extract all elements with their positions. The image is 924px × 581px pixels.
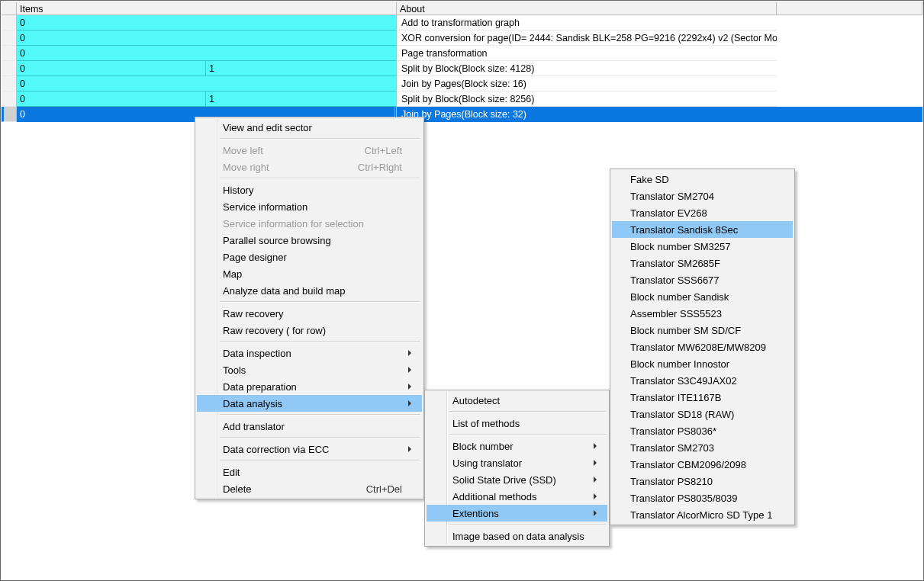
menu-item[interactable]: Translator CBM2096/2098	[612, 456, 793, 473]
cell-items[interactable]: 01	[17, 91, 397, 107]
row-number-cell[interactable]	[2, 76, 17, 91]
menu-item[interactable]: Add translator	[197, 418, 422, 435]
cell-items-a[interactable]: 0	[17, 61, 206, 75]
table-row[interactable]: 01Split by Block(Block size: 4128)	[2, 61, 922, 76]
menu-item[interactable]: Fake SD	[612, 171, 793, 188]
table-row[interactable]: 0Join by Pages(Block size: 32)	[2, 107, 922, 122]
menu-item[interactable]: Parallel source browsing	[197, 232, 422, 249]
cell-items-a[interactable]: 0	[17, 15, 395, 30]
cell-items-a[interactable]: 0	[17, 30, 395, 45]
menu-item[interactable]: Translator SSS6677	[612, 271, 793, 288]
table-row[interactable]: 0Page transformation	[2, 46, 922, 61]
menu-item[interactable]: Service information	[197, 198, 422, 215]
cell-items[interactable]: 0	[17, 15, 397, 30]
menu-item[interactable]: Image based on data analysis	[427, 528, 607, 544]
menu-item[interactable]: History	[197, 181, 422, 198]
menu-item[interactable]: Autodetect	[427, 392, 607, 409]
menu-item[interactable]: Translator Sandisk 8Sec	[612, 221, 793, 238]
cell-about[interactable]: Join by Pages(Block size: 16)	[397, 76, 777, 91]
menu-item[interactable]: Translator ITE1167B	[612, 389, 793, 406]
menu-item[interactable]: Translator AlcorMicro SD Type 1	[612, 506, 793, 523]
menu-item[interactable]: Block number	[427, 438, 607, 454]
menu-item[interactable]: Data inspection	[197, 345, 422, 361]
cell-items-a[interactable]: 0	[17, 46, 395, 60]
cell-items-b[interactable]: 1	[206, 91, 395, 106]
menu-item[interactable]: Translator SM2685F	[612, 255, 793, 271]
menu-item[interactable]: Map	[197, 265, 422, 282]
menu-item: Move rightCtrl+Right	[197, 159, 422, 175]
menu-item[interactable]: Translator EV268	[612, 204, 793, 221]
menu-item[interactable]: Translator PS8035/8039	[612, 490, 793, 506]
menu-item-label: Autodetect	[452, 395, 588, 406]
menu-item-label: Additional methods	[452, 491, 588, 502]
table-row[interactable]: 0XOR conversion for page(ID= 2444: Sandi…	[2, 30, 922, 46]
table-row[interactable]: 0Add to transformation graph	[2, 15, 922, 30]
menu-item-label: Using translator	[452, 457, 588, 469]
menu-item[interactable]: Translator PS8210	[612, 473, 793, 490]
menu-item[interactable]: Block number Sandisk	[612, 288, 793, 305]
row-number-cell[interactable]	[2, 107, 17, 122]
menu-item[interactable]: Assembler SSS5523	[612, 305, 793, 322]
menu-item[interactable]: Block number SM3257	[612, 238, 793, 255]
cell-about[interactable]: Add to transformation graph	[397, 15, 777, 30]
cell-items[interactable]: 0	[17, 76, 397, 91]
context-menu-data-analysis: AutodetectList of methodsBlock numberUsi…	[424, 390, 610, 547]
menu-item[interactable]: Edit	[197, 464, 422, 480]
menu-item[interactable]: Data correction via ECC	[197, 441, 422, 457]
menu-item[interactable]: Translator MW6208E/MW8209	[612, 339, 793, 355]
menu-item[interactable]: Analyze data and build map	[197, 282, 422, 299]
cell-about[interactable]: Split by Block(Block size: 8256)	[397, 91, 777, 107]
cell-about[interactable]: Join by Pages(Block size: 32)	[397, 107, 777, 122]
menu-item[interactable]: Data analysis	[197, 395, 422, 412]
menu-item[interactable]: List of methods	[427, 415, 607, 432]
cell-about[interactable]: XOR conversion for page(ID= 2444: Sandis…	[397, 30, 777, 46]
context-menu-main: View and edit sectorMove leftCtrl+LeftMo…	[195, 117, 424, 499]
cell-items[interactable]: 01	[17, 61, 397, 76]
cell-items[interactable]: 0	[17, 30, 397, 46]
row-number-cell[interactable]	[2, 15, 17, 30]
menu-item-label: Raw recovery	[223, 308, 402, 319]
cell-items-b[interactable]: 1	[206, 61, 395, 75]
menu-item[interactable]: Translator SM2703	[612, 439, 793, 456]
row-number-cell[interactable]	[2, 91, 17, 107]
menu-item[interactable]: Raw recovery	[197, 305, 422, 322]
menu-item[interactable]: Block number Innostor	[612, 355, 793, 372]
menu-item[interactable]: Translator PS8036*	[612, 422, 793, 439]
menu-item-label: Translator SM2703	[630, 442, 773, 454]
row-number-header[interactable]	[2, 2, 17, 15]
row-number-cell[interactable]	[2, 46, 17, 61]
menu-item[interactable]: Data preparation	[197, 378, 422, 395]
menu-item[interactable]: Solid State Drive (SSD)	[427, 471, 607, 488]
table-row[interactable]: 01Split by Block(Block size: 8256)	[2, 91, 922, 107]
cell-items-a[interactable]: 0	[17, 91, 206, 106]
cell-items-a[interactable]: 0	[17, 76, 395, 91]
cell-items[interactable]: 0	[17, 46, 397, 61]
cell-about[interactable]: Split by Block(Block size: 4128)	[397, 61, 777, 76]
row-number-cell[interactable]	[2, 30, 17, 46]
menu-item-label: Analyze data and build map	[223, 285, 402, 297]
menu-item-label: History	[223, 185, 402, 196]
menu-item[interactable]: Additional methods	[427, 488, 607, 505]
menu-item-label: Translator SM2704	[630, 191, 773, 202]
table-row[interactable]: 0Join by Pages(Block size: 16)	[2, 76, 922, 91]
menu-item[interactable]: Translator SD18 (RAW)	[612, 406, 793, 422]
menu-item-label: Data correction via ECC	[223, 444, 402, 455]
menu-item[interactable]: Translator S3C49JAX02	[612, 372, 793, 389]
menu-item-label: Move right	[223, 162, 340, 173]
cell-about[interactable]: Page transformation	[397, 46, 777, 61]
menu-item[interactable]: Page designer	[197, 249, 422, 265]
menu-item[interactable]: Tools	[197, 361, 422, 378]
col-header-items[interactable]: Items	[17, 2, 397, 15]
menu-item[interactable]: Block number SM SD/CF	[612, 322, 793, 339]
menu-item[interactable]: DeleteCtrl+Del	[197, 480, 422, 497]
col-header-about[interactable]: About	[397, 2, 777, 15]
menu-item[interactable]: View and edit sector	[197, 119, 422, 136]
menu-item[interactable]: Using translator	[427, 454, 607, 471]
context-menu-extensions: Fake SDTranslator SM2704Translator EV268…	[610, 169, 795, 525]
menu-item-label: Block number SM SD/CF	[630, 325, 773, 336]
row-number-cell[interactable]	[2, 61, 17, 76]
menu-item[interactable]: Extentions	[427, 505, 607, 522]
menu-item[interactable]: Raw recovery ( for row)	[197, 322, 422, 339]
menu-item-accelerator: Ctrl+Right	[358, 162, 402, 173]
menu-item[interactable]: Translator SM2704	[612, 188, 793, 204]
